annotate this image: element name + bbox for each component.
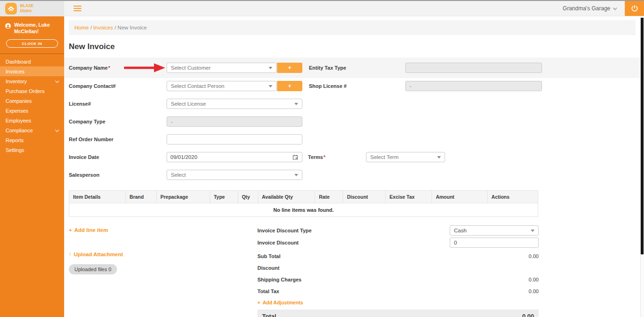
- total-label: Total: [262, 313, 276, 317]
- top-bar: BLAZE Distro Grandma's Garage: [0, 1, 644, 16]
- invoice-discount-label: Invoice Discount: [257, 240, 450, 245]
- ref-order-number-input[interactable]: [167, 134, 302, 144]
- sidebar-item-employees[interactable]: Employees: [0, 115, 64, 125]
- company-type-label: Company Type: [69, 119, 167, 124]
- entity-tax-type-field: [405, 63, 542, 73]
- sidebar-item-purchase-orders[interactable]: Purchase Orders: [0, 86, 64, 96]
- summary-row-sub-total: Sub Total 0.00: [257, 253, 539, 259]
- sidebar-item-invoices[interactable]: Invoices: [0, 66, 64, 76]
- sidebar-item-expenses[interactable]: Expenses: [0, 106, 64, 115]
- form-row-license: License# Select License: [64, 99, 640, 109]
- summary-row-discount-type: Invoice Discount Type Cash: [257, 225, 539, 236]
- sidebar-item-dashboard[interactable]: Dashboard: [0, 57, 64, 66]
- invoice-date-input[interactable]: 09/01/2020: [167, 152, 302, 162]
- shop-license-label: Shop License #: [309, 83, 405, 89]
- breadcrumb-invoices-link[interactable]: Invoices: [93, 25, 113, 30]
- form-row-salesperson: Salesperson Select: [64, 170, 640, 180]
- select-term-dropdown[interactable]: Select Term: [366, 152, 445, 162]
- add-adjustments-link[interactable]: + Add Adjustments: [257, 300, 303, 305]
- shop-license-field: [405, 81, 542, 91]
- company-contact-label: Company Contact#: [69, 83, 167, 89]
- upload-attachment-link[interactable]: ↑ Upload Attachment: [69, 252, 123, 257]
- shipping-charges-value: 0.00: [529, 277, 539, 282]
- sidebar-nav: Dashboard Invoices Inventory Purchase Or…: [0, 54, 64, 155]
- sub-total-value: 0.00: [529, 253, 539, 259]
- select-license-dropdown[interactable]: Select License: [167, 99, 302, 109]
- terms-label: Terms*: [308, 154, 366, 160]
- sidebar: Welcome, Luke McClellan! CLOCK IN Dashbo…: [0, 16, 64, 317]
- invoice-summary: Invoice Discount Type Cash Invoice Disco…: [257, 225, 539, 317]
- select-contact-person-dropdown[interactable]: Select Contact Person: [167, 81, 277, 91]
- attachment-section: + Add line item ↑ Upload Attachment Uplo…: [69, 225, 257, 317]
- summary-row-invoice-discount: Invoice Discount: [257, 238, 539, 248]
- summary-row-discount: Discount: [257, 265, 539, 271]
- summary-row-shipping: Shipping Charges 0.00: [257, 276, 539, 283]
- clock-in-button[interactable]: CLOCK IN: [6, 39, 58, 48]
- calendar-icon[interactable]: [292, 154, 299, 160]
- dropdown-arrow-icon: [294, 174, 298, 176]
- main-content: Home / Invoices / New Invoice New Invoic…: [64, 16, 640, 317]
- power-icon: [630, 4, 639, 13]
- blaze-logo-icon: [5, 3, 17, 14]
- dropdown-arrow-icon: [269, 85, 272, 87]
- select-salesperson-dropdown[interactable]: Select: [167, 170, 302, 180]
- store-switcher[interactable]: Grandma's Garage: [563, 1, 616, 16]
- total-bar: Total 0.00: [257, 310, 539, 317]
- user-avatar-icon: [5, 22, 11, 30]
- company-type-field: [167, 116, 302, 127]
- form-row-company-name: Company Name* Select Customer + Entity T…: [64, 58, 640, 78]
- breadcrumb-home-link[interactable]: Home: [74, 25, 89, 30]
- form-row-invoice-date: Invoice Date 09/01/2020 Terms* Select Te…: [64, 152, 640, 162]
- total-value: 0.00: [522, 313, 534, 317]
- add-contact-button[interactable]: +: [277, 81, 302, 91]
- sidebar-item-inventory[interactable]: Inventory: [0, 76, 64, 86]
- summary-row-total-tax: Total Tax 0.00: [257, 288, 539, 295]
- dropdown-arrow-icon: [531, 230, 534, 232]
- red-arrow-annotation: [124, 63, 165, 72]
- form-row-company-type: Company Type: [64, 116, 640, 127]
- invoice-discount-type-label: Invoice Discount Type: [257, 228, 450, 233]
- sidebar-item-settings[interactable]: Settings: [0, 145, 64, 155]
- ref-order-number-label: Ref Order Number: [69, 137, 167, 142]
- store-name: Grandma's Garage: [563, 5, 610, 12]
- dropdown-arrow-icon: [294, 103, 298, 105]
- invoice-discount-type-dropdown[interactable]: Cash: [450, 225, 539, 236]
- add-customer-button[interactable]: +: [277, 63, 302, 73]
- breadcrumb: Home / Invoices / New Invoice: [69, 20, 636, 35]
- table-header-row: Item Details Brand Prepackage Type Qty A…: [69, 191, 538, 203]
- form-row-company-contact: Company Contact# Select Contact Person +…: [64, 81, 640, 91]
- plus-icon: +: [257, 300, 260, 305]
- sidebar-item-reports[interactable]: Reports: [0, 135, 64, 145]
- dropdown-arrow-icon: [269, 67, 272, 69]
- vertical-scrollbar[interactable]: [640, 16, 644, 317]
- chevron-down-icon: [55, 128, 59, 132]
- menu-toggle-icon[interactable]: [73, 4, 81, 13]
- upload-arrow-icon: ↑: [69, 252, 72, 257]
- welcome-block: Welcome, Luke McClellan!: [0, 16, 64, 37]
- welcome-message: Welcome, Luke McClellan!: [14, 22, 60, 35]
- sidebar-item-compliance[interactable]: Compliance: [0, 125, 64, 135]
- chevron-down-icon: [613, 6, 617, 9]
- entity-tax-type-label: Entity Tax Type: [309, 65, 405, 71]
- empty-state-row: No line items was found.: [69, 203, 538, 217]
- empty-state-message: No line items was found.: [69, 203, 538, 217]
- salesperson-label: Salesperson: [69, 172, 167, 178]
- license-label: License#: [69, 101, 167, 107]
- page-title: New Invoice: [69, 42, 640, 51]
- app-logo: BLAZE Distro: [0, 1, 64, 16]
- form-row-ref-order: Ref Order Number: [64, 134, 640, 144]
- sidebar-item-companies[interactable]: Companies: [0, 96, 64, 106]
- brand-name: BLAZE Distro: [20, 3, 33, 14]
- invoice-discount-input[interactable]: [450, 238, 539, 248]
- plus-icon: +: [69, 227, 72, 233]
- add-line-item-link[interactable]: + Add line item: [69, 227, 108, 233]
- breadcrumb-current: New Invoice: [117, 25, 147, 30]
- select-customer-dropdown[interactable]: Select Customer: [167, 63, 277, 73]
- total-tax-value: 0.00: [529, 288, 539, 294]
- uploaded-files-chip[interactable]: Uploaded files 0: [69, 264, 117, 274]
- logout-power-button[interactable]: [625, 1, 644, 16]
- line-items-table: Item Details Brand Prepackage Type Qty A…: [69, 190, 538, 217]
- scrollbar-thumb[interactable]: [641, 18, 644, 254]
- invoice-date-label: Invoice Date: [69, 154, 167, 160]
- chevron-down-icon: [55, 79, 59, 83]
